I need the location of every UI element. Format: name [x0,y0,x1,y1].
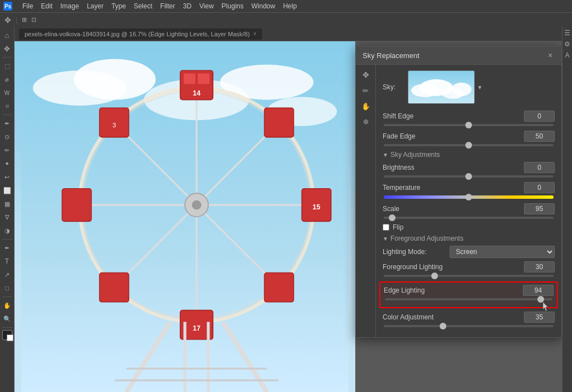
sky-adjustments-section-header: ▼ Sky Adjustments [383,151,555,159]
lighting-mode-select[interactable]: Screen Multiply Luminosity [450,246,555,258]
menu-image[interactable]: Image [60,2,79,10]
foreground-lighting-input[interactable] [524,261,555,273]
svg-rect-27 [62,189,91,222]
foreground-adjustments-arrow: ▼ [383,236,388,242]
blur-tool[interactable]: ∇ [1,211,13,223]
brightness-input[interactable] [524,162,555,173]
clone-stamp-tool[interactable]: ✦ [1,157,13,170]
lasso-tool[interactable]: ⌀ [1,73,13,85]
scale-thumb[interactable] [389,214,395,221]
dialog-move-tool[interactable]: ✥ [359,68,373,82]
menu-window[interactable]: Window [251,2,275,10]
move-tool[interactable]: ✥ [1,42,13,55]
brightness-label: Brightness [383,164,524,171]
edge-lighting-slider[interactable] [385,298,552,300]
dialog-paint-tool[interactable]: ✏ [359,84,373,97]
scale-slider[interactable] [384,217,554,219]
svg-rect-21 [198,74,209,84]
sky-dropdown-arrow: ▼ [477,84,483,90]
text-tool[interactable]: T [1,255,13,267]
canvas-area: pexels-elina-volkova-18403914.jpg @ 16.7… [15,27,562,392]
zoom-tool[interactable]: 🔍 [1,313,13,325]
edge-lighting-thumb[interactable] [537,296,544,303]
foreground-lighting-label: Foreground Lighting [383,263,524,271]
dialog-close-button[interactable]: × [546,51,555,60]
scale-row: Scale [383,203,555,214]
shape-tool[interactable]: □ [1,282,13,294]
right-panel-btn-2[interactable]: ⚙ [564,40,571,48]
shift-edge-thumb[interactable] [465,122,472,128]
foreground-lighting-row: Foreground Lighting [383,261,555,273]
temperature-input[interactable] [524,182,555,193]
svg-point-18 [192,200,202,210]
edge-lighting-input[interactable] [523,285,554,296]
temperature-row: Temperature [383,182,555,193]
right-panel-btn-3[interactable]: A [564,51,571,59]
document-tab[interactable]: pexels-elina-volkova-18403914.jpg @ 16.7… [19,28,262,40]
sky-label: Sky: [383,83,402,91]
sky-preview-container[interactable]: ▼ [408,70,555,104]
menu-layer[interactable]: Layer [87,2,103,10]
tab-close-button[interactable]: × [253,31,256,37]
lighting-mode-row: Lighting Mode: Screen Multiply Luminosit… [383,246,555,258]
shift-edge-slider[interactable] [384,124,554,126]
temperature-thumb[interactable] [465,194,472,200]
history-brush-tool[interactable]: ↩ [1,171,13,183]
svg-text:17: 17 [193,324,201,332]
fade-edge-thumb[interactable] [465,142,472,149]
color-adjustment-label: Color Adjustment [383,313,524,321]
fade-edge-row: Fade Edge 50 [383,131,555,142]
foreground-lighting-slider[interactable] [384,275,554,277]
hand-tool[interactable]: ✋ [1,299,13,312]
auto-select-icon: ⊞ [22,16,27,23]
eraser-tool[interactable]: ⬜ [1,184,13,197]
canvas-container: Sky Replacement × ✥ ✏ ✋ ⊕ [15,41,562,392]
menu-help[interactable]: Help [283,2,297,10]
color-adjustment-input[interactable] [524,312,555,323]
path-select-tool[interactable]: ↗ [1,269,13,281]
menu-filter[interactable]: Filter [160,2,175,10]
flip-row: Flip [383,223,555,231]
menu-select[interactable]: Select [134,2,152,10]
shift-edge-label: Shift Edge [383,112,524,120]
home-tool[interactable]: ⌂ [1,29,13,41]
brightness-thumb[interactable] [465,173,472,180]
dialog-zoom-tool[interactable]: ⊕ [359,115,373,128]
menu-edit[interactable]: Edit [41,2,53,10]
eyedropper-tool[interactable]: ✒ [1,117,13,130]
color-adjustment-thumb[interactable] [440,323,446,329]
temperature-slider[interactable] [384,195,554,199]
fade-edge-slider[interactable] [384,144,554,146]
select-tool[interactable]: W [1,87,13,99]
right-panel-btn-1[interactable]: ☰ [564,29,571,37]
foreground-lighting-thumb[interactable] [431,273,438,279]
flip-checkbox[interactable] [383,224,389,231]
toolbar-sep-2 [2,114,12,115]
menu-3d[interactable]: 3D [183,2,191,10]
foreground-color[interactable] [2,330,12,340]
dialog-hand-tool[interactable]: ✋ [359,99,373,113]
brightness-slider[interactable] [384,175,554,178]
options-separator: | [16,16,17,24]
pen-tool[interactable]: ✒ [1,242,13,254]
menu-type[interactable]: Type [111,2,126,10]
scale-label: Scale [383,205,524,213]
crop-tool[interactable]: ⌗ [1,100,13,112]
color-adjustment-slider[interactable] [384,325,554,327]
menu-view[interactable]: View [199,2,214,10]
menu-plugins[interactable]: Plugins [222,2,244,10]
dialog-left-toolbar: ✥ ✏ ✋ ⊕ [356,65,376,337]
scale-input[interactable] [524,203,555,214]
svg-text:3: 3 [112,122,116,128]
gradient-tool[interactable]: ▦ [1,198,13,210]
toolbar-sep-3 [2,239,12,240]
spot-heal-tool[interactable]: ⊙ [1,131,13,143]
fade-edge-input[interactable]: 50 [524,131,555,142]
shift-edge-input[interactable]: 0 [524,111,555,122]
brightness-slider-container [383,175,555,178]
brush-tool[interactable]: ✏ [1,144,13,156]
marquee-tool[interactable]: ⬚ [1,60,13,72]
shift-edge-slider-container [383,124,555,126]
menu-file[interactable]: File [22,2,33,10]
dodge-tool[interactable]: ◑ [1,224,13,237]
